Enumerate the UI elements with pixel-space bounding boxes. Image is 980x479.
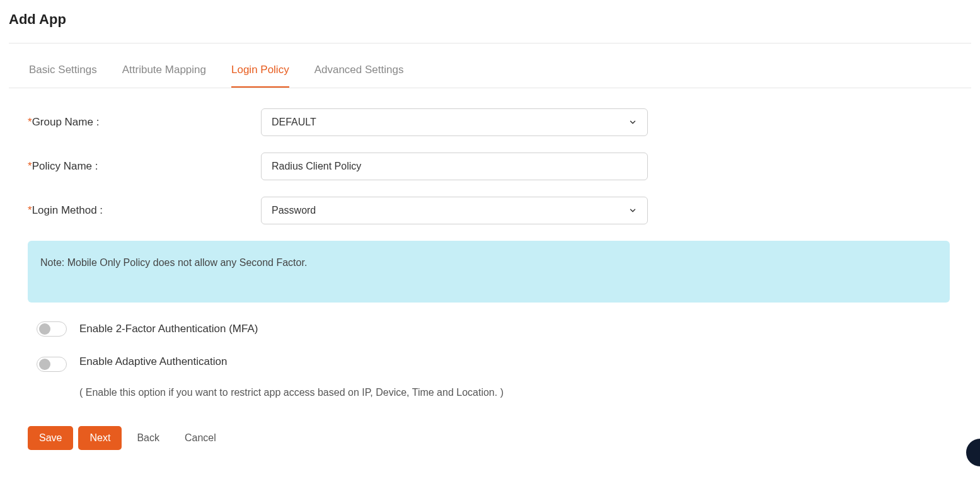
adaptive-toggle-sublabel: ( Enable this option if you want to rest… [79,387,504,398]
cancel-button[interactable]: Cancel [175,426,226,450]
group-name-select[interactable]: DEFAULT [261,108,648,136]
button-row: Save Next Back Cancel [28,426,971,450]
label-text: Login Method : [32,204,103,216]
mfa-toggle-label: Enable 2-Factor Authentication (MFA) [79,323,258,335]
chevron-down-icon [628,118,637,127]
form-row-login-method: *Login Method : Password [28,197,971,224]
label-text: Group Name : [32,116,100,128]
toggle-row-adaptive: Enable Adaptive Authentication ( Enable … [28,355,971,398]
back-button[interactable]: Back [127,426,170,450]
tab-bar: Basic Settings Attribute Mapping Login P… [9,43,971,88]
tab-basic-settings[interactable]: Basic Settings [29,64,97,88]
page-title: Add App [0,0,980,43]
toggle-row-mfa: Enable 2-Factor Authentication (MFA) [28,321,971,337]
next-button[interactable]: Next [78,426,122,450]
policy-name-input[interactable] [261,153,648,180]
form-area: *Group Name : DEFAULT *Policy Name : *Lo… [0,88,980,450]
toggle-knob [39,323,50,335]
tab-attribute-mapping[interactable]: Attribute Mapping [122,64,206,88]
group-name-label: *Group Name : [28,116,261,129]
tab-advanced-settings[interactable]: Advanced Settings [314,64,404,88]
label-text: Policy Name : [32,160,98,172]
adaptive-toggle[interactable] [37,357,67,372]
form-row-group-name: *Group Name : DEFAULT [28,108,971,136]
form-row-policy-name: *Policy Name : [28,153,971,180]
adaptive-toggle-label: Enable Adaptive Authentication [79,355,504,368]
login-method-label: *Login Method : [28,204,261,217]
group-name-value: DEFAULT [272,117,316,128]
required-star: * [28,204,32,216]
info-note: Note: Mobile Only Policy does not allow … [28,241,950,303]
toggle-knob [39,359,50,370]
tab-login-policy[interactable]: Login Policy [231,64,289,88]
required-star: * [28,116,32,128]
login-method-value: Password [272,205,316,216]
policy-name-label: *Policy Name : [28,160,261,173]
chevron-down-icon [628,206,637,215]
login-method-select[interactable]: Password [261,197,648,224]
mfa-toggle[interactable] [37,321,67,337]
save-button[interactable]: Save [28,426,73,450]
required-star: * [28,160,32,172]
